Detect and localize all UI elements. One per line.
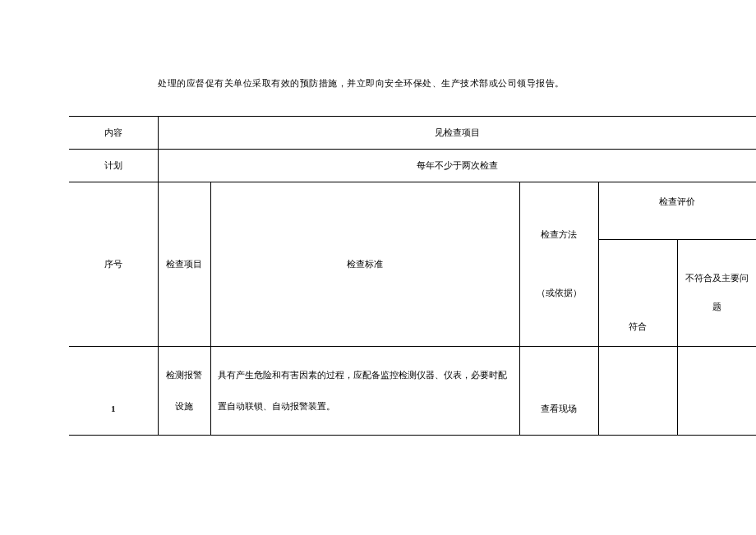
row1-item-line2: 设施 [175,401,193,411]
header-item: 检查项目 [158,182,210,346]
header-method-line1: 检查方法 [541,229,577,239]
header-method-line2: （或依据） [537,288,582,297]
header-eval-issue: 不符合及主要问题 [677,239,756,346]
plan-label-cell: 计划 [69,149,158,182]
row1-conform [598,346,677,435]
content-label-cell: 内容 [69,117,158,150]
header-eval: 检查评价 [598,182,756,239]
header-standard: 检查标准 [210,182,519,346]
row1-standard: 具有产生危险和有害因素的过程，应配备监控检测仪器、仪表，必要时配置自动联锁、自动… [210,346,519,435]
row1-seq: 1 [69,346,158,435]
row1-item-line1: 检测报警 [166,370,202,380]
intro-paragraph: 处理的应督促有关单位采取有效的预防措施，并立即向安全环保处、生产技术部或公司领导… [69,77,756,90]
content-value-cell: 见检查项目 [158,117,756,150]
header-method: 检查方法 （或依据） [519,182,598,346]
inspection-table: 内容 见检查项目 计划 每年不少于两次检查 序号 检查项目 检查标准 检查方法 … [69,116,756,436]
header-seq: 序号 [69,182,158,346]
row1-item: 检测报警 设施 [158,346,210,435]
header-eval-conform: 符合 [598,239,677,346]
row1-issue [677,346,756,435]
plan-value-cell: 每年不少于两次检查 [158,149,756,182]
row1-method: 查看现场 [519,346,598,435]
